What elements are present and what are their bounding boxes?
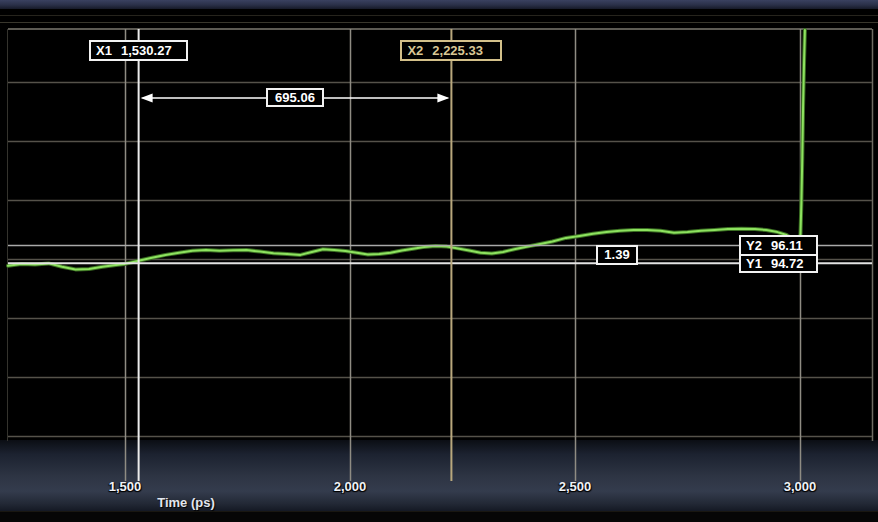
x-tick-label: 2,000 bbox=[334, 479, 367, 494]
cursor-x2-readout[interactable]: X2 2,225.33 bbox=[400, 40, 502, 61]
waveform-trace bbox=[8, 30, 805, 270]
x-tick-label: 2,500 bbox=[559, 479, 592, 494]
cursor-x2-value: 2,225.33 bbox=[432, 44, 483, 57]
cursor-y2-value: 96.11 bbox=[771, 239, 803, 252]
cursor-x2-label: X2 bbox=[407, 44, 423, 57]
delta-x-readout[interactable]: 695.06 bbox=[266, 88, 324, 107]
cursor-y1-value: 94.72 bbox=[771, 257, 804, 270]
delta-x-arrowhead-right bbox=[437, 94, 449, 103]
delta-x-value: 695.06 bbox=[275, 91, 315, 104]
cursor-y2-label: Y2 bbox=[746, 239, 762, 252]
x-axis-title: Time (ps) bbox=[157, 495, 215, 510]
cursor-y1-readout[interactable]: Y1 94.72 bbox=[739, 254, 818, 273]
delta-y-readout[interactable]: 1.39 bbox=[596, 245, 638, 265]
window-bottom-bar bbox=[0, 511, 878, 522]
waveform-trace-glow bbox=[8, 30, 805, 270]
cursor-x1-readout[interactable]: X1 1,530.27 bbox=[89, 40, 188, 61]
cursor-y1-label: Y1 bbox=[746, 257, 762, 270]
cursor-x1-label: X1 bbox=[96, 44, 112, 57]
cursor-y2-readout[interactable]: Y2 96.11 bbox=[739, 235, 818, 256]
oscilloscope-screen: X1 1,530.27 X2 2,225.33 695.06 1.39 Y2 9… bbox=[0, 0, 878, 522]
x-axis-strip bbox=[0, 440, 878, 511]
window-top-bar bbox=[0, 0, 878, 9]
delta-y-value: 1.39 bbox=[604, 248, 629, 261]
delta-x-arrowhead-left bbox=[141, 94, 153, 103]
x-tick-label: 3,000 bbox=[784, 479, 817, 494]
x-tick-label: 1,500 bbox=[109, 479, 142, 494]
cursor-x1-value: 1,530.27 bbox=[121, 44, 172, 57]
